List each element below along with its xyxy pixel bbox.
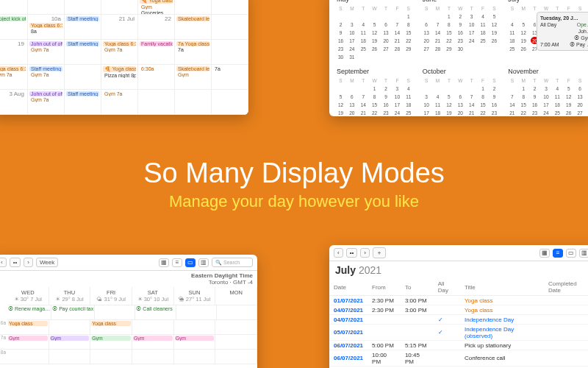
month-cell[interactable]: Family vacation <box>138 40 175 65</box>
col-header[interactable]: To <box>401 279 434 296</box>
next-button[interactable]: › <box>360 248 370 258</box>
time-slot[interactable]: Gym <box>174 335 216 350</box>
time-slot[interactable]: Yoga class <box>90 320 132 335</box>
month-cell[interactable] <box>175 90 212 115</box>
time-slot[interactable]: Gym <box>49 335 91 350</box>
today-button[interactable]: •• <box>346 248 358 258</box>
month-cell[interactable]: 1920 <box>0 40 28 65</box>
search-input[interactable]: 🔍 Search <box>212 258 253 267</box>
month-cell[interactable] <box>65 0 101 15</box>
time-slot[interactable]: Gym <box>132 335 174 350</box>
month-cell[interactable]: Skateboard les…Gym <box>175 65 212 90</box>
time-slot[interactable] <box>90 350 132 364</box>
month-cell[interactable]: Project kick off <box>0 15 28 40</box>
time-slot[interactable]: Gym <box>7 335 49 350</box>
mini-month[interactable]: JuneSMTWTFS12345678910111213141516171819… <box>423 0 501 60</box>
allday-slot[interactable]: ⦿ Call cleaners <box>135 305 176 320</box>
prev-button[interactable]: ‹ <box>334 248 343 258</box>
event-row[interactable]: 06/07/20215:00 PM5:15 PMPick up stationa… <box>329 341 588 350</box>
day-header[interactable]: SAT☀ 30° 10 Jul <box>132 287 174 305</box>
time-slot[interactable] <box>132 350 174 364</box>
month-cell[interactable]: John out of off…Gym 7a <box>28 40 65 65</box>
time-slot[interactable]: Yoga class <box>7 320 49 335</box>
col-header[interactable]: From <box>368 279 401 296</box>
month-cell[interactable]: Yoga class 6:30aGym 7a <box>101 40 138 65</box>
month-cell[interactable] <box>212 90 248 115</box>
col-header[interactable]: Completed Date <box>544 279 588 296</box>
mini-month[interactable]: SeptemberSMTWTFS123456789101112131415161… <box>337 68 415 116</box>
month-cell[interactable]: 3 Aug <box>0 90 28 115</box>
month-cell[interactable] <box>212 40 248 65</box>
time-slot[interactable] <box>7 350 49 364</box>
month-cell[interactable]: Staff meeting 10aGym 7a <box>28 65 65 90</box>
month-cell[interactable]: Yoga class 6:30aGym 7a <box>0 65 28 90</box>
event-row[interactable]: 06/07/202110:00 PM10:45 PMConference cal… <box>329 350 588 367</box>
allday-slot[interactable] <box>95 305 135 320</box>
time-slot[interactable] <box>215 335 257 350</box>
month-cell[interactable]: Skateboard les… 10a <box>175 15 212 40</box>
month-cell[interactable] <box>212 0 248 15</box>
next-button[interactable]: › <box>24 258 33 267</box>
mini-month[interactable]: OctoberSMTWTFS12345678910111213141516171… <box>423 68 501 116</box>
list-icon[interactable]: ≡ <box>553 249 563 258</box>
month-cell[interactable]: 16🍕 Yoga classGymGroceries <box>138 0 175 15</box>
view-week-button[interactable]: Week <box>36 258 58 267</box>
time-slot[interactable] <box>174 320 216 335</box>
mini-month[interactable]: MaySMTWTFS123456789101112131415161718192… <box>337 0 415 60</box>
day-header[interactable]: THU☀ 29° 8 Jul <box>49 287 91 305</box>
day-header[interactable]: MON <box>215 287 257 305</box>
month-cell[interactable]: 6:30a <box>175 0 212 15</box>
month-cell[interactable]: John out of off… 6:30aGym 7a <box>28 90 65 115</box>
month-cell[interactable]: Staff meeting 7a <box>65 15 101 40</box>
month-cell[interactable]: Staff meeting 7a <box>65 40 101 65</box>
day-header[interactable]: FRI🌤 31° 9 Jul <box>90 287 132 305</box>
year-view-pane: MaySMTWTFS123456789101112131415161718192… <box>329 0 588 116</box>
day-header[interactable]: WED☀ 30° 7 Jul <box>7 287 49 305</box>
event-row[interactable]: 04/07/20212:30 PM3:00 PMYoga class <box>329 305 588 315</box>
month-cell[interactable]: Gym 7a <box>101 90 138 115</box>
time-slot[interactable] <box>215 320 257 335</box>
month-cell[interactable]: 10aYoga class 6:30a8a <box>28 15 65 40</box>
month-cell[interactable]: Staff meeting 7a <box>65 90 101 115</box>
allday-slot[interactable]: ⦿ Renew maga… <box>7 305 51 320</box>
day-header[interactable]: SUN🌦 27° 11 Jul <box>174 287 216 305</box>
time-slot[interactable] <box>174 350 216 364</box>
event-row[interactable]: 05/07/2021Independence Day (observed) <box>329 325 588 341</box>
allday-slot[interactable] <box>217 305 257 320</box>
month-cell[interactable]: 7a <box>212 65 248 90</box>
day-icon[interactable]: ▭ <box>185 258 196 267</box>
month-cell[interactable]: 22 <box>138 15 175 40</box>
month-cell[interactable]: Pay balance <box>0 0 28 15</box>
time-slot[interactable] <box>49 320 91 335</box>
time-slot[interactable]: Gym <box>90 335 132 350</box>
add-button[interactable]: ＋ <box>373 247 386 258</box>
event-row[interactable]: 04/07/2021Independence Day <box>329 315 588 325</box>
mini-month[interactable]: NovemberSMTWTFS1234567891011121314151617… <box>508 68 587 116</box>
month-cell[interactable]: 6:30a <box>101 0 138 15</box>
prev-button[interactable]: ‹ <box>0 258 7 267</box>
today-button[interactable]: •• <box>10 258 21 267</box>
time-slot[interactable] <box>132 320 174 335</box>
cal-icon[interactable]: ▥ <box>198 258 209 267</box>
month-cell[interactable]: 21 Jul <box>101 15 138 40</box>
month-cell[interactable]: 🍕 Yoga class 6:30aPizza night 8p <box>101 65 138 90</box>
cal-icon[interactable]: ▥ <box>579 249 588 258</box>
time-slot[interactable] <box>49 350 91 364</box>
month-cell[interactable] <box>138 90 175 115</box>
allday-slot[interactable] <box>176 305 217 320</box>
grid-icon[interactable]: ▦ <box>539 249 550 258</box>
day-icon[interactable]: ▭ <box>566 249 576 258</box>
time-slot[interactable] <box>215 350 257 364</box>
month-cell[interactable] <box>65 65 101 90</box>
col-header[interactable]: All Day <box>434 279 460 296</box>
allday-slot[interactable]: ⦿ Pay council tax <box>51 305 95 320</box>
col-header[interactable]: Date <box>329 279 368 296</box>
month-cell[interactable]: 6:30a <box>138 65 175 90</box>
month-cell[interactable]: 7a Yoga class7a <box>175 40 212 65</box>
month-cell[interactable] <box>212 15 248 40</box>
grid-icon[interactable]: ▦ <box>159 258 169 267</box>
event-row[interactable]: 01/07/20212:30 PM3:00 PMYoga class <box>329 296 588 305</box>
month-cell[interactable]: Start meeting <box>28 0 65 15</box>
col-header[interactable]: Title <box>460 279 544 296</box>
list-icon[interactable]: ≡ <box>172 258 182 267</box>
